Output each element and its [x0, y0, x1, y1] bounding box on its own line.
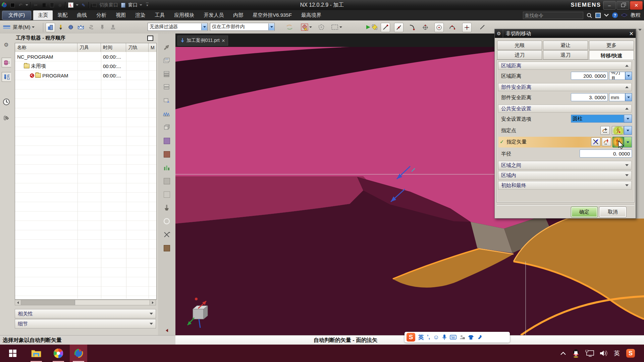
show-hide-icon[interactable]: [46, 23, 55, 32]
create-tool-icon[interactable]: [56, 23, 65, 32]
undo-icon[interactable]: ↶: [17, 2, 23, 8]
snap-quadrant-icon[interactable]: [448, 23, 457, 32]
snap-endpoint-icon[interactable]: [381, 23, 390, 32]
inferred-point-icon[interactable]: [612, 126, 624, 135]
close-button[interactable]: ✕: [630, 1, 643, 10]
snap-enable-group[interactable]: [366, 23, 378, 32]
search-icon[interactable]: [587, 13, 592, 18]
tray-language-indicator[interactable]: 英: [611, 345, 623, 362]
tutorial-icon[interactable]: [621, 13, 627, 17]
part-clearance-group-header[interactable]: 部件安全距离: [498, 83, 632, 91]
columns-icon[interactable]: [162, 163, 171, 172]
snap-midpoint-icon[interactable]: [394, 23, 404, 32]
col-path[interactable]: 刀轨: [126, 43, 149, 52]
panel-maximize-icon[interactable]: [147, 36, 153, 41]
region-distance-unit[interactable]: %刀具: [609, 72, 625, 80]
machine-tool-view-icon[interactable]: [76, 23, 85, 32]
cancel-button[interactable]: 取消: [599, 207, 626, 217]
restore-button[interactable]: [616, 1, 629, 10]
region-distance-group-header[interactable]: 区域距离: [498, 62, 632, 70]
vector-dialog-icon[interactable]: [591, 137, 600, 146]
tab-close-icon[interactable]: ✕: [222, 38, 225, 43]
snap-line-icon[interactable]: [478, 23, 487, 32]
select-arrows-icon[interactable]: [285, 23, 294, 32]
details-drawer[interactable]: 细节: [15, 319, 156, 328]
col-tool[interactable]: 刀具: [77, 43, 101, 52]
sogou-logo-icon[interactable]: S: [407, 333, 415, 342]
col-time[interactable]: 时间: [101, 43, 126, 52]
qq-tray-icon[interactable]: [570, 345, 582, 362]
safe-option-select[interactable]: 圆柱: [571, 115, 624, 123]
tutorial-label[interactable]: 教程: [631, 12, 641, 18]
verify-toolpath-icon[interactable]: [98, 23, 107, 32]
snap-point-on-curve-icon[interactable]: [462, 23, 472, 32]
scope-filter-arrow-icon[interactable]: [268, 23, 274, 30]
ruler-icon[interactable]: [162, 109, 171, 119]
menu-application[interactable]: 应用模块: [169, 10, 199, 20]
menu-plugin[interactable]: 星空外挂V6.935F: [248, 10, 297, 20]
operation-navigator-icon[interactable]: [2, 72, 11, 82]
tool-palette-icon[interactable]: [2, 114, 11, 123]
start-button[interactable]: [4, 345, 21, 362]
safe-option-dropdown-icon[interactable]: [624, 115, 632, 123]
minimize-ribbon-icon[interactable]: [604, 14, 609, 17]
roller-gear-icon[interactable]: ⚙: [2, 40, 11, 49]
help-icon[interactable]: ?: [612, 12, 618, 18]
orient-view-icon[interactable]: [162, 43, 171, 52]
cut-icon[interactable]: ✂: [33, 2, 39, 8]
csys-orient-icon[interactable]: L: [68, 2, 74, 8]
dialog-close-icon[interactable]: ✕: [629, 31, 634, 37]
ime-punctuation-icon[interactable]: ’,: [427, 334, 430, 340]
dialog-header[interactable]: ⚙ 非切削移动 ✕: [495, 29, 636, 38]
part-clearance-unit[interactable]: mm: [609, 93, 625, 101]
scroll-left-icon[interactable]: [15, 300, 21, 305]
part-clearance-unit-dropdown-icon[interactable]: [625, 93, 632, 101]
box-icon[interactable]: [162, 123, 171, 132]
col-m[interactable]: M: [149, 43, 156, 52]
window-label[interactable]: 窗口: [128, 2, 138, 8]
menu-developer[interactable]: 开发人员: [199, 10, 228, 20]
qat-customize-icon[interactable]: ▾: [144, 2, 150, 8]
tab-avoidance[interactable]: 避让: [543, 41, 588, 50]
menu-button[interactable]: 菜单(M): [3, 23, 35, 32]
menu-tools[interactable]: 工具: [150, 10, 169, 20]
sheet-arrow-icon[interactable]: [162, 96, 171, 105]
volume-tray-icon[interactable]: [598, 345, 610, 362]
gray-face-icon-2[interactable]: [162, 190, 171, 199]
tab-more[interactable]: 更多: [589, 41, 634, 50]
switch-window-icon[interactable]: [91, 2, 97, 8]
sheet-stack-icon-3[interactable]: [162, 82, 171, 92]
point-dialog-icon[interactable]: [600, 126, 610, 135]
menu-analysis[interactable]: 分析: [92, 10, 111, 20]
tab-transfer-rapid[interactable]: 转移/快速: [589, 50, 634, 61]
rect-select-icon[interactable]: [330, 23, 339, 32]
sheet-stack-icon-1[interactable]: [162, 56, 171, 65]
table-row[interactable]: PROGRAM 00:00:...: [15, 71, 156, 80]
region-distance-unit-dropdown-icon[interactable]: [625, 72, 632, 80]
radius-input[interactable]: 0. 0000: [580, 149, 632, 158]
paste-icon[interactable]: [49, 2, 55, 8]
part-tab[interactable]: 加工案例011.prt ✕: [177, 36, 228, 46]
within-regions-section[interactable]: 区域内: [498, 171, 632, 180]
clamp-tool-icon[interactable]: [162, 203, 171, 213]
part-clearance-input[interactable]: 3. 0000: [571, 93, 608, 101]
menu-view[interactable]: 视图: [111, 10, 130, 20]
window-dropdown-icon[interactable]: [140, 4, 142, 6]
rect-select-dropdown-icon[interactable]: [339, 26, 342, 28]
purple-face-icon[interactable]: [162, 136, 171, 145]
strip-collapse-icon[interactable]: [162, 326, 171, 335]
file-explorer-button[interactable]: [28, 345, 45, 362]
scrollbar-thumb[interactable]: [21, 300, 75, 305]
browser-button[interactable]: [50, 345, 67, 362]
selection-filter-arrow-icon[interactable]: [201, 23, 207, 30]
nx-taskbar-button[interactable]: [70, 345, 87, 362]
sheet-stack-icon-2[interactable]: [162, 69, 171, 78]
geometry-view-icon[interactable]: [66, 23, 75, 32]
region-distance-input[interactable]: 200. 0000: [571, 72, 608, 80]
scope-filter-select[interactable]: 仅在工作部件内: [210, 23, 275, 31]
fullscreen-icon[interactable]: [595, 13, 601, 18]
ime-mic-icon[interactable]: [442, 334, 447, 340]
menu-file[interactable]: 文件(F): [2, 11, 31, 20]
switch-window-label[interactable]: 切换窗口: [99, 2, 118, 8]
menu-assembly[interactable]: 装配: [53, 10, 72, 20]
